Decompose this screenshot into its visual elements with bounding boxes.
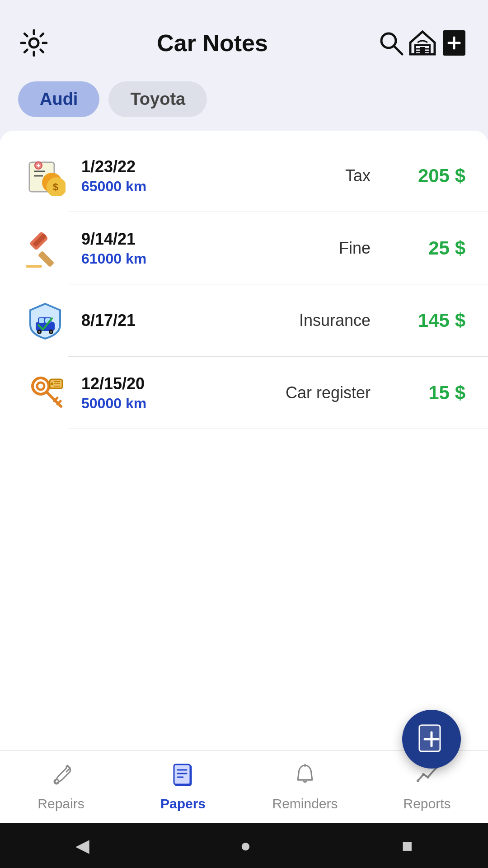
nav-papers-label: Papers (160, 796, 206, 811)
app-title: Car Notes (50, 29, 375, 57)
svg-line-2 (394, 46, 402, 54)
item-info: 12/15/20 50000 km (81, 374, 263, 412)
item-date: 9/14/21 (81, 230, 316, 249)
fine-icon (23, 226, 68, 271)
item-date: 8/17/21 (81, 311, 277, 330)
item-type: Tax (345, 166, 371, 185)
svg-point-29 (38, 331, 40, 333)
header: Car Notes (0, 0, 488, 72)
svg-point-56 (422, 773, 425, 776)
add-document-icon[interactable] (438, 27, 470, 59)
item-type: Fine (339, 239, 371, 258)
svg-rect-6 (420, 47, 425, 54)
svg-rect-49 (174, 764, 190, 784)
home-button[interactable]: ● (240, 835, 251, 856)
svg-point-30 (50, 331, 52, 333)
svg-point-32 (37, 382, 44, 390)
car-register-icon (23, 370, 68, 415)
recents-button[interactable]: ■ (402, 835, 413, 856)
svg-text:$: $ (53, 181, 58, 193)
svg-point-55 (417, 779, 419, 782)
svg-point-0 (29, 38, 38, 47)
bell-icon (293, 763, 317, 792)
item-amount: 145 $ (384, 310, 465, 331)
add-paper-fab[interactable] (402, 710, 461, 769)
svg-line-33 (47, 392, 61, 406)
entries-list: $ 1/23/22 65000 km Tax 205 $ (0, 131, 488, 750)
list-item[interactable]: $ 1/23/22 65000 km Tax 205 $ (0, 140, 488, 212)
item-km: 61000 km (81, 250, 316, 267)
svg-point-57 (427, 776, 429, 778)
settings-icon[interactable] (18, 27, 50, 59)
wrench-icon (49, 763, 73, 792)
item-amount: 25 $ (384, 237, 465, 259)
item-info: 8/17/21 (81, 311, 277, 330)
tab-audi[interactable]: Audi (18, 81, 99, 117)
svg-point-37 (51, 382, 53, 385)
item-date: 1/23/22 (81, 157, 323, 176)
list-item[interactable]: 9/14/21 61000 km Fine 25 $ (0, 212, 488, 284)
nav-papers[interactable]: Papers (122, 751, 244, 823)
list-item[interactable]: 8/17/21 Insurance 145 $ (0, 284, 488, 357)
item-km: 65000 km (81, 178, 323, 195)
item-km: 50000 km (81, 395, 263, 412)
back-button[interactable]: ◀ (75, 835, 89, 856)
car-tabs: Audi Toyota (0, 72, 488, 131)
nav-reminders-label: Reminders (272, 796, 338, 811)
search-icon[interactable] (375, 27, 407, 59)
nav-reports-label: Reports (403, 796, 450, 811)
list-item[interactable]: 12/15/20 50000 km Car register 15 $ (0, 357, 488, 429)
item-info: 9/14/21 61000 km (81, 230, 316, 267)
tax-icon: $ (23, 153, 68, 198)
garage-icon[interactable] (407, 27, 438, 59)
item-amount: 205 $ (384, 165, 465, 187)
item-amount: 15 $ (384, 382, 465, 404)
insurance-icon (23, 298, 68, 343)
nav-repairs-label: Repairs (38, 796, 84, 811)
item-date: 12/15/20 (81, 374, 263, 393)
nav-reminders[interactable]: Reminders (244, 751, 366, 823)
nav-repairs[interactable]: Repairs (0, 751, 122, 823)
tab-toyota[interactable]: Toyota (108, 81, 207, 117)
svg-rect-19 (38, 251, 55, 268)
item-type: Insurance (299, 311, 371, 330)
system-nav: ◀ ● ■ (0, 823, 488, 868)
papers-icon (171, 763, 195, 792)
item-info: 1/23/22 65000 km (81, 157, 323, 195)
item-type: Car register (286, 383, 371, 402)
svg-point-44 (54, 779, 59, 784)
svg-rect-25 (39, 318, 44, 323)
